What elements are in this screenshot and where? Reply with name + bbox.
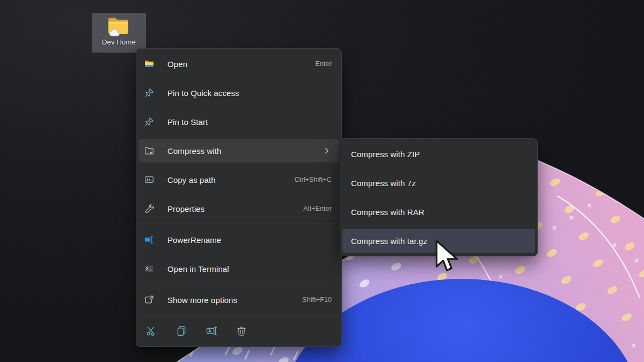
- quick-action-copy[interactable]: [170, 321, 193, 341]
- quick-action-rename[interactable]: [200, 321, 223, 341]
- menu-item-label: Copy as path: [167, 175, 289, 184]
- menu-item-label: Compress with 7z: [351, 179, 526, 188]
- folder-cloud-icon: [107, 16, 131, 37]
- wrench-icon: [144, 203, 155, 214]
- mouse-cursor: [435, 239, 459, 275]
- quick-action-cut[interactable]: [140, 321, 163, 341]
- menu-item-copy-as-path[interactable]: Copy as pathCtrl+Shift+C: [138, 168, 339, 191]
- desktop-icon-label: Dev Home: [102, 38, 136, 46]
- menu-item-show-more-options[interactable]: Show more optionsShift+F10: [138, 288, 339, 312]
- menu-item-label: Pin to Quick access: [167, 88, 332, 98]
- pin-icon: [144, 116, 155, 127]
- menu-item-powerrename[interactable]: PowerRename: [138, 228, 339, 252]
- quick-actions-row: [138, 319, 339, 343]
- expand-icon: [144, 294, 155, 305]
- menu-item-shortcut: Shift+F10: [302, 296, 332, 304]
- menu-item-shortcut: Ctrl+Shift+C: [295, 176, 332, 183]
- submenu-item-compress-with-zip[interactable]: Compress with ZIP: [342, 142, 535, 166]
- pin-icon: [144, 87, 155, 98]
- submenu-item-compress-with-7z[interactable]: Compress with 7z: [342, 171, 535, 195]
- menu-item-shortcut: Alt+Enter: [303, 205, 332, 212]
- desktop: Dev Home OpenEnterPin to Quick accessPin…: [0, 0, 644, 362]
- menu-separator: [140, 315, 338, 315]
- rename-icon: [206, 325, 217, 337]
- copy-icon: [175, 325, 187, 337]
- open-folder-icon: [144, 58, 155, 69]
- menu-item-label: Compress with RAR: [351, 208, 526, 217]
- menu-item-label: Compress with ZIP: [351, 150, 526, 159]
- compress-submenu: Compress with ZIPCompress with 7zCompres…: [340, 138, 538, 256]
- chevron-right-icon: [322, 146, 332, 156]
- menu-item-pin-to-start[interactable]: Pin to Start: [138, 110, 339, 134]
- menu-item-properties[interactable]: PropertiesAlt+Enter: [138, 197, 339, 220]
- menu-item-label: Pin to Start: [167, 117, 332, 127]
- quick-action-delete[interactable]: [230, 321, 253, 341]
- menu-item-open[interactable]: OpenEnter: [138, 52, 339, 76]
- copy-path-icon: [144, 174, 155, 185]
- menu-item-label: Compress with: [167, 146, 322, 156]
- menu-separator: [140, 284, 338, 284]
- powerrename-icon: [144, 234, 155, 245]
- trash-icon: [236, 325, 247, 337]
- menu-item-shortcut: Enter: [316, 60, 332, 68]
- desktop-icon-dev-home[interactable]: Dev Home: [92, 13, 146, 53]
- menu-item-label: Properties: [167, 204, 298, 213]
- menu-item-label: PowerRename: [167, 235, 332, 245]
- submenu-item-compress-with-rar[interactable]: Compress with RAR: [342, 200, 535, 224]
- menu-item-compress-with[interactable]: Compress with: [138, 139, 339, 162]
- menu-item-pin-to-quick-access[interactable]: Pin to Quick access: [138, 81, 339, 105]
- zip-folder-icon: [144, 145, 155, 156]
- terminal-icon: [144, 263, 155, 274]
- menu-item-label: Open in Terminal: [167, 264, 332, 274]
- menu-item-label: Open: [167, 60, 310, 69]
- menu-item-open-in-terminal[interactable]: Open in Terminal: [138, 257, 339, 280]
- scissors-icon: [145, 325, 157, 337]
- context-menu: OpenEnterPin to Quick accessPin to Start…: [136, 48, 342, 347]
- menu-separator: [140, 224, 338, 224]
- menu-item-label: Show more options: [167, 295, 297, 305]
